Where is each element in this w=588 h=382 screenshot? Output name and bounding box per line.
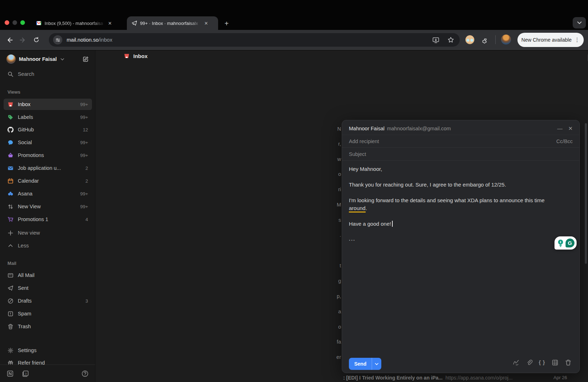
notion-mail-icon [131,20,137,26]
subject-placeholder: Subject [349,151,366,157]
mac-close-button[interactable] [5,20,9,25]
views-section-label: Views [7,89,20,95]
delete-draft-trash-icon[interactable] [564,359,572,366]
sidebar-item-promotions[interactable]: Promotions 99+ [4,150,92,161]
signature-pen-icon[interactable] [512,359,520,366]
list-text-fragment: er [336,354,341,360]
braces-icon[interactable]: { } [539,360,545,365]
account-switcher[interactable]: Mahnoor Faisal [4,53,92,66]
send-button[interactable]: Send [349,358,381,370]
list-text-fragment: s [339,217,341,223]
toolbar-separator [495,35,496,44]
mail-section-label: Mail [7,261,16,266]
sidebar-item-settings[interactable]: Settings [4,345,92,356]
list-text-fragment: N [337,126,341,132]
sidebar-item-labels[interactable]: Labels 99+ [4,111,92,123]
site-info-icon[interactable] [53,35,62,45]
cart-icon [7,216,14,223]
compose-window: Mahnoor Faisal mahnoorfaisalx@gmail.com … [342,120,580,373]
list-text-fragment: r, [338,141,341,147]
sidebar-item-all-mail[interactable]: All Mail [4,270,92,281]
account-name: Mahnoor Faisal [19,56,57,62]
list-text-fragment: a [338,309,341,314]
close-tab-icon[interactable]: ✕ [108,21,112,26]
email-preview: https://app.asana.com/o/proj... [445,375,512,381]
sidebar-item-less[interactable]: Less [4,240,92,251]
table-grid-icon[interactable] [551,359,558,366]
back-icon[interactable] [4,34,15,46]
list-text-fragment: t [340,263,341,268]
sidebar-item-spam[interactable]: Spam [4,308,92,319]
url-text: mail.notion.so/inbox [67,37,112,43]
sidebar-item-job-applications[interactable]: Job application u... 2 [4,162,92,174]
close-tab-icon[interactable]: ✕ [204,21,208,26]
install-app-icon[interactable] [432,36,440,44]
list-scrollbar[interactable] [585,123,587,264]
sidebar-item-new-view-99[interactable]: New View 99+ [4,201,92,212]
email-date: Apr 26 [553,375,567,380]
list-text-fragment: g [338,278,341,284]
reload-icon[interactable] [31,34,42,46]
compose-recipient-field[interactable]: Add recipient Cc/Bcc [342,135,579,148]
forward-icon[interactable] [17,34,29,46]
compose-body-editor[interactable]: Hey Mahnoor, Thank you for reaching out.… [349,165,566,243]
grammarly-widget[interactable]: G [555,236,577,250]
view-title: Inbox [124,53,148,59]
list-text-fragment: w [337,156,341,162]
notion-mail-app: Mahnoor Faisal Search Views [0,50,588,382]
email-list-row[interactable]: : [EDI] I Tried Working Entirely on an i… [0,375,588,382]
extension-avatar-icon[interactable] [465,35,474,44]
sidebar-item-calendar[interactable]: Calendar 2 [4,175,92,187]
chrome-update-button[interactable]: New Chrome available ⋮ [517,33,584,47]
sidebar-item-new-view[interactable]: New view [4,227,92,239]
list-text-fragment: fa [337,339,341,345]
tab-title: Inbox (9,500) - mahnoorfaisa [45,21,105,26]
from-email: mahnoorfaisalx@gmail.com [387,126,451,131]
sort-arrows-icon [7,204,14,210]
profile-avatar[interactable] [501,35,511,45]
email-subject: : [EDI] I Tried Working Entirely on an i… [343,375,443,381]
more-menu-icon[interactable]: ⋮ [574,37,580,43]
send-dropdown-chevron-icon[interactable] [372,358,381,370]
tab-search-chevron-icon[interactable] [573,17,586,28]
bookmark-star-icon[interactable] [447,36,455,44]
cc-bcc-toggle[interactable]: Cc/Bcc [556,138,573,144]
sidebar-item-sent[interactable]: Sent [4,282,92,294]
body-paragraph: Have a good one! [349,220,563,228]
sidebar-item-trash[interactable]: Trash [4,321,92,332]
sidebar-item-social[interactable]: Social 99+ [4,137,92,148]
labels-tag-icon [7,114,14,120]
tab-notion-mail-inbox[interactable]: 99+ · Inbox · mahnoorfaisalx ✕ [127,16,218,30]
sidebar-search[interactable]: Search [4,68,92,80]
tab-strip: Inbox (9,500) - mahnoorfaisa ✕ 99+ · Inb… [0,0,588,30]
chrome-update-label: New Chrome available [521,37,572,43]
minimize-icon[interactable]: — [557,125,562,131]
sidebar-item-asana[interactable]: Asana 99+ [4,188,92,199]
compose-from-row[interactable]: Mahnoor Faisal mahnoorfaisalx@gmail.com … [342,122,579,135]
body-paragraph: I'm looking forward to the details and s… [349,197,563,212]
account-avatar [6,54,16,64]
attachment-paperclip-icon[interactable] [526,359,533,366]
inbox-icon [7,101,14,108]
grammarly-underlined-word[interactable]: around [349,205,366,213]
new-tab-icon[interactable]: + [225,20,229,28]
sidebar-item-inbox[interactable]: Inbox 99+ [4,99,92,110]
close-icon[interactable]: ✕ [568,125,573,132]
text-caret [392,221,393,227]
compose-subject-field[interactable]: Subject [342,148,579,161]
promotions-basket-icon [7,152,14,158]
send-label[interactable]: Send [349,358,372,370]
sidebar-item-promotions-1[interactable]: Promotions 1 4 [4,214,92,225]
sidebar-item-github[interactable]: GitHub 12 [4,124,92,135]
url-bar[interactable]: mail.notion.so/inbox [49,33,460,47]
github-icon [7,127,14,133]
mac-zoom-button[interactable] [20,20,25,25]
spam-alert-icon [7,311,14,317]
mac-minimize-button[interactable] [12,20,17,25]
quoted-text-toggle[interactable]: ... [349,235,566,243]
tab-gmail-inbox[interactable]: Inbox (9,500) - mahnoorfaisa ✕ [31,16,121,30]
sidebar-item-drafts[interactable]: Drafts 3 [4,295,92,307]
recipient-placeholder: Add recipient [349,138,379,144]
compose-icon[interactable] [83,56,89,62]
extensions-puzzle-icon[interactable] [479,35,490,46]
